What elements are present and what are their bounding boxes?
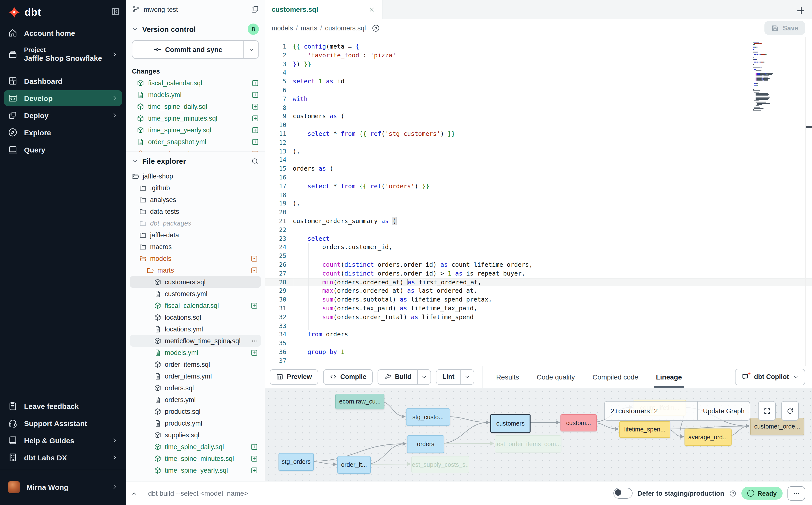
code-line-15[interactable]: 15orders as (	[265, 164, 812, 173]
panel-tab-code-quality[interactable]: Code quality	[537, 366, 575, 388]
code-line-29[interactable]: 29 max(orders.ordered_at) as last_ordere…	[265, 287, 812, 295]
change-item[interactable]: models.yml	[126, 89, 265, 101]
lineage-node-test_order[interactable]: test_order_items_com...	[495, 436, 561, 453]
code-line-26[interactable]: 26 count(distinct orders.order_id) as co…	[265, 260, 812, 269]
code-line-32[interactable]: 32 sum(orders.order_total) as lifetime_s…	[265, 313, 812, 321]
tree-item-orders.yml[interactable]: orders.yml	[130, 394, 261, 405]
sidebar-item-project[interactable]: ProjectJaffle Shop Snowflake	[4, 42, 122, 67]
dots-icon[interactable]	[251, 337, 258, 344]
sidebar-item-account-home[interactable]: Account home	[4, 25, 122, 41]
panel-tab-results[interactable]: Results	[496, 366, 519, 388]
code-line-2[interactable]: 2 'favorite_food': 'pizza'	[265, 51, 812, 60]
save-button[interactable]: Save	[765, 21, 805, 35]
tree-item-customers.sql[interactable]: customers.sql	[130, 276, 261, 288]
code-line-6[interactable]: 6	[265, 86, 812, 95]
lineage-node-ecom[interactable]: ecom.raw_cu...	[335, 394, 384, 409]
tree-item-locations.yml[interactable]: locations.yml	[130, 323, 261, 335]
code-line-36[interactable]: 36 group by 1	[265, 348, 812, 356]
code-line-14[interactable]: 14	[265, 156, 812, 165]
tree-item-analyses[interactable]: analyses	[130, 194, 261, 205]
code-line-3[interactable]: 3}) }}	[265, 59, 812, 68]
code-line-11[interactable]: 11 select * from {{ ref('stg_customers')…	[265, 130, 812, 138]
more-options-button[interactable]	[788, 486, 805, 500]
code-line-16[interactable]: 16	[265, 173, 812, 182]
update-graph-button[interactable]: Update Graph	[698, 401, 750, 420]
lineage-node-customers[interactable]: customers	[490, 414, 530, 433]
help-question-icon[interactable]	[729, 490, 737, 497]
tab-customers-sql[interactable]: customers.sql	[265, 0, 382, 19]
sidebar-item-deploy[interactable]: Deploy	[4, 107, 122, 123]
change-item[interactable]: fiscal_calendar.sql	[126, 77, 265, 89]
tree-item-models.yml[interactable]: models.yml	[130, 347, 261, 358]
code-line-20[interactable]: 20	[265, 208, 812, 217]
build-dropdown-button[interactable]	[418, 369, 431, 384]
lineage-node-stg_custo[interactable]: stg_custo...	[406, 408, 450, 426]
code-line-10[interactable]: 10	[265, 121, 812, 130]
panel-tab-compiled-code[interactable]: Compiled code	[593, 366, 638, 388]
lineage-node-lifetime[interactable]: lifetime_spen...	[619, 421, 670, 438]
explore-compass-icon[interactable]	[372, 24, 380, 32]
change-item[interactable]: time_spine_yearly.sql	[126, 124, 265, 136]
collapse-sidebar-icon[interactable]	[111, 7, 120, 16]
fullscreen-button[interactable]	[758, 401, 776, 421]
copy-icon[interactable]	[251, 5, 259, 13]
defer-toggle[interactable]	[613, 488, 633, 499]
sidebar-item-help-guides[interactable]: Help & Guides	[4, 433, 122, 448]
breadcrumb-models[interactable]: models	[272, 24, 293, 32]
tree-item-products.sql[interactable]: products.sql	[130, 405, 261, 417]
sidebar-item-dbt-labs-dx[interactable]: dbt Labs DX	[4, 450, 122, 465]
tree-item-models[interactable]: models	[130, 252, 261, 264]
code-line-27[interactable]: 27 count(distinct orders.order_id) > 1 a…	[265, 269, 812, 278]
change-item[interactable]: time_spine_daily.sql	[126, 101, 265, 112]
breadcrumb-marts[interactable]: marts	[301, 24, 318, 32]
tree-item-locations.sql[interactable]: locations.sql	[130, 311, 261, 323]
code-line-33[interactable]: 33	[265, 321, 812, 330]
tree-item-time_spine_minutes.sql[interactable]: time_spine_minutes.sql	[130, 453, 261, 464]
sidebar-item-develop[interactable]: Develop	[4, 90, 122, 106]
dbt-copilot-button[interactable]: dbt Copilot	[735, 368, 805, 385]
code-line-18[interactable]: 18	[265, 190, 812, 199]
code-line-23[interactable]: 23 select	[265, 234, 812, 243]
change-item[interactable]: stg_orders.sql	[126, 148, 265, 152]
lineage-node-average[interactable]: average_ord...	[684, 429, 732, 446]
code-line-24[interactable]: 24 orders.customer_id,	[265, 243, 812, 252]
breadcrumb-file[interactable]: customers.sql	[325, 24, 366, 32]
compile-button[interactable]: Compile	[323, 369, 373, 385]
code-line-5[interactable]: 5select 1 as id	[265, 77, 812, 86]
lint-button[interactable]: Lint	[436, 369, 474, 385]
tree-item-order_items.yml[interactable]: order_items.yml	[130, 370, 261, 382]
code-editor[interactable]: 1{{ config(meta = {2 'favorite_food': 'p…	[265, 37, 812, 366]
lineage-node-order_it[interactable]: order_it...	[337, 456, 371, 474]
code-line-35[interactable]: 35	[265, 339, 812, 348]
tree-item-.github[interactable]: .github	[130, 182, 261, 194]
code-line-4[interactable]: 4	[265, 68, 812, 77]
minimap[interactable]	[753, 40, 804, 115]
refresh-button[interactable]	[781, 401, 799, 421]
tree-item-order_items.sql[interactable]: order_items.sql	[130, 358, 261, 370]
tree-item-fiscal_calendar.sql[interactable]: fiscal_calendar.sql	[130, 300, 261, 311]
code-line-22[interactable]: 22	[265, 225, 812, 234]
code-line-25[interactable]: 25	[265, 251, 812, 260]
code-line-37[interactable]: 37	[265, 356, 812, 365]
sidebar-item-support-assistant[interactable]: Support Assistant	[4, 415, 122, 431]
file-explorer-header[interactable]: File explorer	[126, 152, 265, 169]
code-line-7[interactable]: 7with	[265, 95, 812, 104]
change-item[interactable]: order_snapshot.yml	[126, 136, 265, 148]
tree-item-products.yml[interactable]: products.yml	[130, 417, 261, 429]
new-tab-icon[interactable]	[795, 5, 804, 14]
code-line-13[interactable]: 13),	[265, 147, 812, 156]
commit-dropdown-button[interactable]	[244, 41, 259, 58]
tree-item-time_spine_daily.sql[interactable]: time_spine_daily.sql	[130, 441, 261, 453]
lineage-search-input[interactable]: 2+customers+2	[605, 401, 697, 420]
code-line-34[interactable]: 34 from orders	[265, 330, 812, 339]
close-icon[interactable]	[369, 6, 375, 12]
tree-item-jaffle-data[interactable]: jaffle-data	[130, 229, 261, 241]
sidebar-item-dashboard[interactable]: Dashboard	[4, 73, 122, 89]
code-line-17[interactable]: 17 select * from {{ ref('orders') }}	[265, 182, 812, 191]
code-line-12[interactable]: 12	[265, 138, 812, 147]
tree-item-jaffle-shop[interactable]: jaffle-shop	[130, 170, 261, 182]
branch-name[interactable]: mwong-test	[144, 6, 178, 13]
lineage-node-test_supply[interactable]: test_supply_costs_s...	[412, 456, 469, 473]
tree-item-macros[interactable]: macros	[130, 241, 261, 252]
code-line-30[interactable]: 30 sum(orders.subtotal) as lifetime_spen…	[265, 295, 812, 304]
